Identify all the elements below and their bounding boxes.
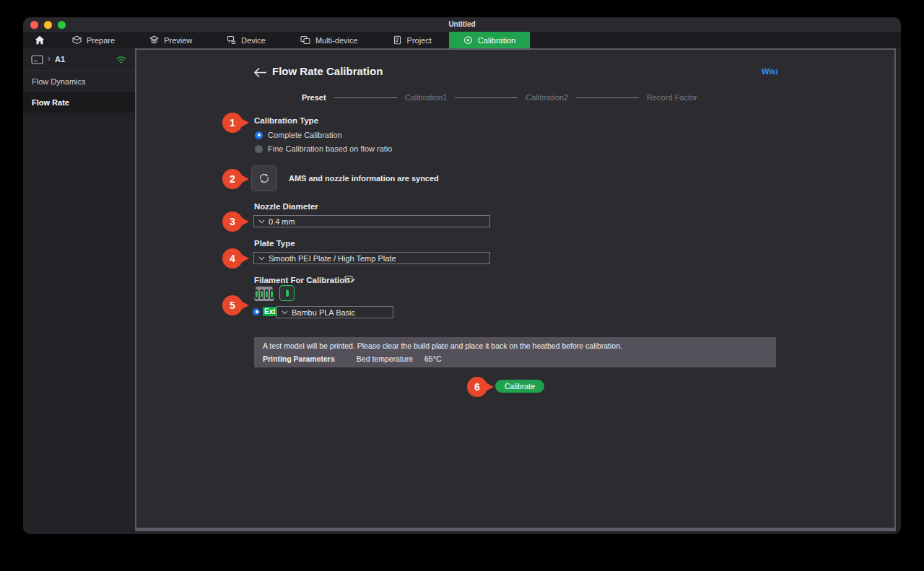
bed-temperature-value: 65°C	[424, 354, 441, 363]
annotation-marker-4: 4	[222, 248, 243, 269]
home-tab[interactable]	[23, 32, 55, 48]
tab-multi-device[interactable]: Multi-device	[283, 32, 375, 48]
wiki-link[interactable]: Wiki	[762, 67, 778, 76]
step-connector	[334, 97, 397, 98]
tab-label: Calibration	[478, 36, 516, 45]
title-bar: Untitled	[23, 17, 901, 32]
ext-radio-button[interactable]	[253, 308, 260, 315]
prepare-icon	[72, 35, 82, 45]
radio-button-icon	[255, 145, 263, 153]
arrow-left-icon	[253, 67, 267, 78]
filament-select[interactable]: Bambu PLA Basic	[276, 306, 393, 318]
ams-edit-icon	[344, 274, 356, 285]
sync-button[interactable]	[251, 165, 277, 191]
tab-label: Prepare	[87, 36, 115, 45]
sync-status-message: AMS and nozzle information are synced	[289, 174, 439, 183]
marker-number: 4	[230, 253, 235, 264]
close-window-button[interactable]	[30, 21, 38, 29]
device-icon	[227, 35, 236, 45]
printing-parameters-label: Printing Parameters	[263, 354, 335, 363]
preview-icon	[149, 35, 159, 45]
sidebar-item-flow-dynamics[interactable]: Flow Dynamics	[23, 71, 135, 92]
step-connector	[455, 97, 518, 98]
device-name: A1	[55, 55, 65, 64]
info-box: A test model will be printed. Please cle…	[254, 337, 776, 367]
zoom-window-button[interactable]	[58, 21, 66, 29]
printer-icon	[31, 55, 43, 64]
calibration-icon	[463, 35, 473, 45]
window-title: Untitled	[448, 20, 475, 28]
step-connector	[576, 97, 639, 98]
annotation-marker-6: 6	[467, 377, 487, 397]
info-message: A test model will be printed. Please cle…	[263, 341, 767, 350]
plate-type-label: Plate Type	[254, 239, 295, 248]
wifi-icon	[116, 56, 127, 64]
marker-number: 5	[230, 300, 235, 311]
radio-fine-calibration[interactable]: Fine Calibration based on flow ratio	[255, 144, 392, 153]
tab-preview[interactable]: Preview	[132, 32, 209, 48]
ext-badge: Ext	[263, 307, 277, 316]
app-window: Untitled Prepare Preview	[23, 17, 901, 534]
annotation-marker-5: 5	[222, 295, 243, 315]
radio-label: Complete Calibration	[268, 131, 342, 139]
marker-number: 1	[230, 117, 235, 128]
calibration-type-label: Calibration Type	[254, 116, 318, 125]
stepper: Preset Calibration1 Calibration2 Record …	[302, 93, 697, 102]
minimize-window-button[interactable]	[44, 21, 52, 29]
project-icon	[393, 35, 402, 45]
ams-source-tile[interactable]	[254, 287, 274, 301]
ams-slot-icon	[265, 289, 269, 299]
ams-slot-icon	[260, 289, 263, 299]
nozzle-diameter-select[interactable]: 0.4 mm	[253, 215, 490, 227]
ams-settings-button[interactable]	[344, 274, 356, 288]
tab-label: Project	[407, 36, 432, 45]
multi-device-icon	[300, 35, 310, 45]
radio-label: Fine Calibration based on flow ratio	[268, 144, 392, 153]
chevron-down-icon	[258, 256, 265, 261]
nozzle-diameter-label: Nozzle Diameter	[254, 202, 318, 211]
sidebar-item-label: Flow Dynamics	[32, 77, 86, 86]
annotation-marker-1: 1	[222, 113, 243, 133]
nozzle-diameter-value: 0.4 mm	[269, 217, 295, 226]
calibrate-button[interactable]: Calibrate	[495, 380, 544, 393]
chevron-down-icon	[282, 310, 288, 315]
tab-bar: Prepare Preview Device Multi-device	[23, 32, 901, 48]
radio-button-icon	[255, 131, 263, 139]
main-content: Flow Rate Calibration Wiki Preset Calibr…	[135, 48, 896, 531]
tab-label: Device	[241, 36, 266, 45]
plate-type-select[interactable]: Smooth PEI Plate / High Temp Plate	[253, 252, 490, 264]
filament-value: Bambu PLA Basic	[292, 308, 355, 317]
sidebar-item-label: Flow Rate	[32, 98, 69, 107]
step-calibration1: Calibration1	[405, 93, 448, 102]
home-icon	[35, 35, 45, 45]
ams-slot-icon	[255, 289, 258, 299]
external-spool-tile[interactable]	[279, 285, 295, 301]
tab-project[interactable]: Project	[375, 32, 449, 48]
radio-complete-calibration[interactable]: Complete Calibration	[255, 131, 342, 139]
sync-icon	[258, 173, 270, 184]
sidebar-item-flow-rate[interactable]: Flow Rate	[23, 92, 135, 113]
tab-label: Preview	[164, 36, 192, 45]
device-selector[interactable]: › A1	[23, 48, 135, 71]
bed-temperature-label: Bed temperature	[357, 354, 413, 363]
marker-number: 2	[230, 173, 235, 185]
plate-type-value: Smooth PEI Plate / High Temp Plate	[269, 254, 396, 263]
tab-prepare[interactable]: Prepare	[55, 32, 132, 48]
page-title: Flow Rate Calibration	[272, 65, 383, 77]
marker-number: 6	[474, 381, 480, 393]
ams-slot-icon	[270, 289, 274, 299]
filament-label: Filament For Calibration	[254, 276, 349, 284]
annotation-marker-3: 3	[222, 212, 243, 232]
ext-filament-row: Ext	[253, 307, 277, 316]
back-button[interactable]	[252, 66, 269, 82]
tab-device[interactable]: Device	[209, 32, 283, 48]
marker-number: 3	[230, 216, 235, 227]
step-record-factor: Record Factor	[647, 93, 697, 102]
step-preset: Preset	[302, 93, 326, 102]
step-calibration2: Calibration2	[526, 93, 568, 102]
tab-calibration[interactable]: Calibration	[449, 32, 531, 48]
chevron-down-icon	[258, 219, 265, 224]
spool-icon	[284, 288, 289, 298]
sidebar: › A1 Flow Dynamics Flow Rate	[23, 48, 135, 534]
annotation-marker-2: 2	[222, 169, 243, 189]
